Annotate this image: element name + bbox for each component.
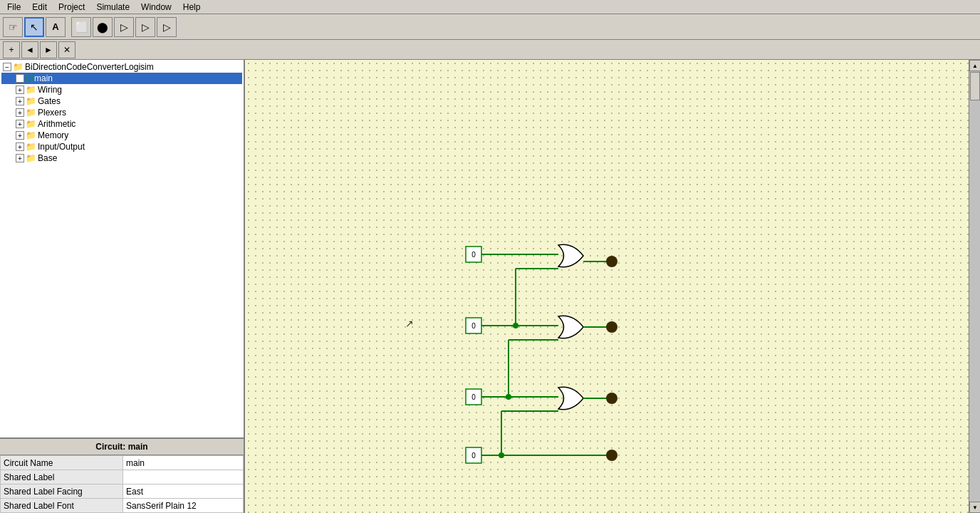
or-gate-1 bbox=[558, 244, 583, 266]
output-dot-4 bbox=[606, 450, 617, 461]
tree-item-wiring-label: Wiring bbox=[38, 85, 62, 95]
wiring-folder-icon: 📁 bbox=[26, 85, 36, 95]
prop-value-circuit-name[interactable]: main bbox=[123, 456, 244, 470]
prop-label-circuit-name: Circuit Name bbox=[1, 456, 123, 470]
tree-item-plexers[interactable]: + 📁 Plexers bbox=[1, 107, 242, 118]
simulate3-btn[interactable]: ▷ bbox=[157, 17, 177, 37]
tree-item-base[interactable]: + 📁 Base bbox=[1, 152, 242, 164]
properties-title: Circuit: main bbox=[0, 439, 244, 455]
io-expand-icon[interactable]: + bbox=[16, 142, 24, 151]
memory-expand-icon[interactable]: + bbox=[16, 131, 24, 140]
or-gate-3 bbox=[558, 387, 583, 409]
output-dot-2 bbox=[606, 321, 617, 333]
junction-2 bbox=[506, 394, 511, 400]
nav-fwd-btn[interactable]: ► bbox=[40, 41, 57, 58]
arith-expand-icon[interactable]: + bbox=[16, 120, 24, 128]
prop-label-font: Shared Label Font bbox=[1, 499, 123, 513]
close-component-btn[interactable]: ✕ bbox=[58, 41, 75, 58]
or-gate-2 bbox=[558, 316, 583, 338]
tree-item-io-label: Input/Output bbox=[38, 142, 85, 152]
add-component-btn[interactable]: + bbox=[3, 41, 20, 58]
tree-item-base-label: Base bbox=[38, 153, 57, 163]
menu-simulate[interactable]: Simulate bbox=[92, 1, 134, 14]
hand-tool-btn[interactable]: ☞ bbox=[3, 17, 23, 37]
arith-folder-icon: 📁 bbox=[26, 119, 36, 129]
plexers-folder-icon: 📁 bbox=[26, 108, 36, 118]
menu-file[interactable]: File bbox=[3, 1, 25, 14]
junction-1 bbox=[513, 323, 518, 328]
tree-item-io[interactable]: + 📁 Input/Output bbox=[1, 141, 242, 152]
input-val-4: 0 bbox=[471, 452, 476, 460]
explorer-tree: − 📁 BiDirectionCodeConverterLogisim − ⬡ … bbox=[0, 60, 244, 438]
plexers-expand-icon[interactable]: + bbox=[16, 108, 24, 117]
menu-help[interactable]: Help bbox=[179, 1, 205, 14]
tree-item-memory-label: Memory bbox=[38, 130, 68, 140]
tree-item-plexers-label: Plexers bbox=[38, 108, 66, 118]
right-scrollbar: ▲ ▼ bbox=[969, 60, 980, 513]
base-folder-icon: 📁 bbox=[26, 153, 36, 163]
prop-row-circuit-name: Circuit Name main bbox=[1, 456, 244, 470]
simulate2-btn[interactable]: ▷ bbox=[135, 17, 155, 37]
left-panel: − 📁 BiDirectionCodeConverterLogisim − ⬡ … bbox=[0, 60, 245, 513]
tree-item-gates-label: Gates bbox=[38, 96, 61, 106]
main-layout: − 📁 BiDirectionCodeConverterLogisim − ⬡ … bbox=[0, 60, 980, 513]
scroll-thumb[interactable] bbox=[970, 72, 980, 100]
menu-project[interactable]: Project bbox=[54, 1, 89, 14]
tree-item-main-label: main bbox=[34, 73, 53, 83]
scroll-up-btn[interactable]: ▲ bbox=[969, 60, 980, 71]
tree-item-memory[interactable]: + 📁 Memory bbox=[1, 130, 242, 141]
menu-window[interactable]: Window bbox=[137, 1, 176, 14]
tree-item-arith-label: Arithmetic bbox=[38, 119, 75, 129]
properties-table: Circuit Name main Shared Label Shared La… bbox=[0, 455, 244, 513]
io-folder-icon: 📁 bbox=[26, 142, 36, 152]
tree-root-item[interactable]: − 📁 BiDirectionCodeConverterLogisim bbox=[1, 61, 242, 73]
gates-folder-icon: 📁 bbox=[26, 96, 36, 106]
base-expand-icon[interactable]: + bbox=[16, 154, 24, 162]
prop-value-font[interactable]: SansSerif Plain 12 bbox=[123, 499, 244, 513]
cursor-indicator: ↗ bbox=[405, 318, 414, 329]
root-expand-icon[interactable]: − bbox=[3, 63, 11, 71]
tree-item-main[interactable]: − ⬡ main bbox=[1, 73, 242, 84]
gates-expand-icon[interactable]: + bbox=[16, 97, 24, 105]
prop-label-shared-label: Shared Label bbox=[1, 470, 123, 484]
main-expand-icon[interactable]: − bbox=[16, 74, 24, 83]
ellipse-tool-btn[interactable]: ⬤ bbox=[93, 17, 113, 37]
output-dot-3 bbox=[606, 393, 617, 404]
tree-item-arithmetic[interactable]: + 📁 Arithmetic bbox=[1, 118, 242, 130]
text-tool-btn[interactable]: A bbox=[46, 17, 66, 37]
menubar: File Edit Project Simulate Window Help bbox=[0, 0, 980, 14]
root-folder-icon: 📁 bbox=[13, 62, 24, 72]
scroll-track[interactable] bbox=[969, 71, 980, 502]
output-dot-1 bbox=[606, 256, 617, 267]
toolbar: ☞ ↖ A ⬜ ⬤ ▷ ▷ ▷ bbox=[0, 14, 980, 40]
prop-label-facing: Shared Label Facing bbox=[1, 484, 123, 499]
toolbar2: + ◄ ► ✕ bbox=[0, 40, 980, 60]
scroll-down-btn[interactable]: ▼ bbox=[969, 502, 980, 513]
input-val-2: 0 bbox=[471, 322, 476, 330]
input-val-3: 0 bbox=[471, 393, 476, 401]
prop-value-facing[interactable]: East bbox=[123, 484, 244, 499]
tree-item-wiring[interactable]: + 📁 Wiring bbox=[1, 84, 242, 95]
pointer-tool-btn[interactable]: ↖ bbox=[24, 17, 44, 37]
prop-row-shared-label-facing: Shared Label Facing East bbox=[1, 484, 244, 499]
prop-row-shared-label-font: Shared Label Font SansSerif Plain 12 bbox=[1, 499, 244, 513]
tree-root-label: BiDirectionCodeConverterLogisim bbox=[25, 62, 154, 72]
memory-folder-icon: 📁 bbox=[26, 130, 36, 140]
junction-3 bbox=[499, 452, 504, 458]
canvas-area[interactable]: 0 0 0 bbox=[245, 60, 969, 513]
tree-item-gates[interactable]: + 📁 Gates bbox=[1, 95, 242, 107]
menu-edit[interactable]: Edit bbox=[28, 1, 51, 14]
rect-tool-btn[interactable]: ⬜ bbox=[71, 17, 91, 37]
wiring-expand-icon[interactable]: + bbox=[16, 86, 24, 94]
prop-value-shared-label[interactable] bbox=[123, 470, 244, 484]
nav-back-btn[interactable]: ◄ bbox=[21, 41, 38, 58]
properties-panel: Circuit: main Circuit Name main Shared L… bbox=[0, 438, 244, 513]
circuit-diagram: 0 0 0 bbox=[245, 60, 969, 513]
input-val-1: 0 bbox=[471, 251, 476, 259]
main-circuit-icon: ⬡ bbox=[26, 73, 33, 83]
simulate1-btn[interactable]: ▷ bbox=[114, 17, 134, 37]
prop-row-shared-label: Shared Label bbox=[1, 470, 244, 484]
